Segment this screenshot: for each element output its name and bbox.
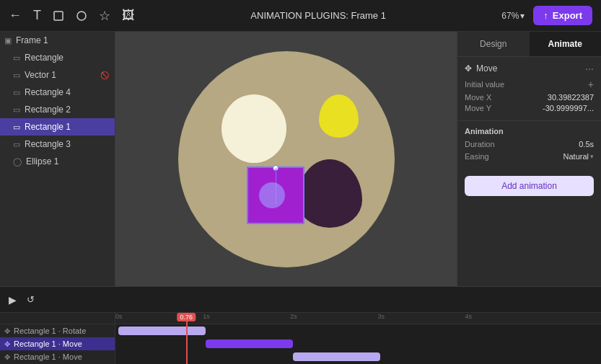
timeline-track-0 — [115, 324, 601, 337]
playhead-label: 0.76 — [177, 313, 196, 321]
animation-section: Animation Duration 0.5s Easing Natural ▾ — [457, 121, 601, 170]
shape-yellow — [319, 94, 359, 138]
add-animation-button[interactable]: Add animation — [465, 176, 594, 196]
tab-row: Design Animate — [457, 32, 601, 57]
circle-tool-icon[interactable] — [76, 10, 87, 22]
layer-rectangle3[interactable]: ▭ Rectangle 3 — [0, 136, 115, 153]
canvas-bg — [153, 51, 420, 267]
loop-button[interactable]: ↺ — [27, 294, 35, 305]
layer-label: Rectangle 3 — [25, 139, 71, 149]
move-section: ✥ Move ··· Initial value + Move X 30.398… — [457, 57, 601, 121]
layer-rectangle1[interactable]: ▭ Rectangle 1 — [0, 118, 115, 136]
frame-title: ANIMATION PLUGINS: Frame 1 — [250, 10, 386, 21]
move-x-value: 30.39822387 — [548, 93, 594, 102]
star-tool-icon[interactable]: ☆ — [99, 8, 110, 24]
layers-panel: ▣ Frame 1 ▭ Rectangle ▭ Vector 1 🚫 ▭ Rec… — [0, 32, 115, 286]
move-y-label: Move Y — [465, 104, 491, 112]
tab-animate[interactable]: Animate — [530, 32, 602, 56]
rect-icon: ▭ — [13, 53, 20, 63]
ruler-1s: 1s — [203, 313, 210, 320]
layer-label: Ellipse 1 — [26, 156, 58, 167]
timeline-playhead[interactable]: 0.76 — [186, 313, 188, 364]
layer-label: Rectangle 4 — [25, 87, 71, 97]
toolbar-left: ← T ☆ 🖼 — [9, 8, 135, 24]
main-area: ▣ Frame 1 ▭ Rectangle ▭ Vector 1 🚫 ▭ Rec… — [0, 32, 601, 286]
move-section-header: ✥ Move ··· — [465, 63, 594, 74]
frame-icon: ▣ — [4, 36, 12, 45]
rect-icon: ▭ — [13, 105, 20, 115]
initial-value-label: Initial value + — [465, 79, 594, 90]
purple-blob — [259, 182, 285, 208]
timeline-bar-2[interactable] — [293, 352, 380, 361]
duration-row: Duration 0.5s — [465, 140, 594, 148]
vector-icon: ▭ — [13, 71, 20, 80]
top-bar: ← T ☆ 🖼 ANIMATION PLUGINS: Frame 1 67% ▾… — [0, 0, 601, 32]
tl-label-move1[interactable]: ✥ Rectangle 1 · Move — [0, 337, 115, 350]
layer-label: Rectangle — [25, 53, 63, 63]
layer-ellipse1[interactable]: ◯ Ellipse 1 — [0, 153, 115, 170]
svg-point-1 — [77, 12, 86, 20]
export-button[interactable]: ↑ Export — [533, 6, 592, 25]
eye-icon: 🚫 — [100, 71, 109, 79]
move-icon: ✥ — [4, 353, 10, 361]
canvas-area[interactable] — [115, 32, 457, 286]
rectangle-tool-icon[interactable] — [53, 10, 64, 22]
more-options-button[interactable]: ··· — [585, 63, 594, 74]
timeline-body: ✥ Rectangle 1 · Rotate ✥ Rectangle 1 · M… — [0, 313, 601, 364]
timeline-controls: ▶ ↺ — [0, 287, 601, 313]
duration-label: Duration — [465, 140, 495, 148]
layer-rectangle2[interactable]: ▭ Rectangle 2 — [0, 101, 115, 118]
layer-vector1[interactable]: ▭ Vector 1 🚫 — [0, 66, 115, 84]
shape-purple-rect[interactable] — [247, 167, 304, 224]
easing-value[interactable]: Natural ▾ — [563, 152, 594, 161]
move-x-label: Move X — [465, 93, 491, 102]
rect-icon: ▭ — [13, 88, 20, 97]
timeline: ▶ ↺ ✥ Rectangle 1 · Rotate ✥ Rectangle 1… — [0, 286, 601, 364]
move-title: ✥ Move — [465, 63, 497, 74]
tl-label-rotate1[interactable]: ✥ Rectangle 1 · Rotate — [0, 324, 115, 337]
layer-rectangle[interactable]: ▭ Rectangle — [0, 49, 115, 66]
easing-row: Easing Natural ▾ — [465, 152, 594, 161]
move-y-value: -30.9999997... — [543, 104, 594, 112]
zoom-button[interactable]: 67% ▾ — [501, 11, 525, 21]
zoom-value: 67% — [501, 11, 519, 21]
add-initial-value-button[interactable]: + — [588, 79, 594, 90]
move-icon: ✥ — [4, 327, 10, 335]
shape-purple-dark — [297, 159, 362, 228]
zoom-chevron-icon: ▾ — [520, 11, 525, 21]
ellipse-icon: ◯ — [13, 157, 22, 167]
timeline-tracks: 0s 1s 2s 3s 4s 0.76 — [115, 313, 601, 364]
toolbar-right: 67% ▾ ↑ Export — [501, 6, 592, 25]
layer-label: Frame 1 — [16, 35, 48, 45]
timeline-labels: ✥ Rectangle 1 · Rotate ✥ Rectangle 1 · M… — [0, 313, 115, 364]
layer-label: Vector 1 — [25, 70, 56, 80]
tl-label-text: Rectangle 1 · Move — [14, 339, 82, 348]
shape-cream — [221, 94, 286, 163]
ruler-0s: 0s — [115, 313, 123, 320]
easing-chevron-icon: ▾ — [590, 153, 594, 160]
image-tool-icon[interactable]: 🖼 — [122, 8, 135, 23]
easing-label: Easing — [465, 152, 489, 161]
svg-rect-0 — [54, 12, 63, 20]
timeline-track-2 — [115, 350, 601, 363]
duration-value: 0.5s — [579, 140, 594, 148]
layer-rectangle4[interactable]: ▭ Rectangle 4 — [0, 84, 115, 101]
move-icon: ✥ — [465, 63, 472, 74]
rect-icon: ▭ — [13, 123, 20, 132]
move-x-row: Move X 30.39822387 — [465, 93, 594, 102]
tab-design[interactable]: Design — [457, 32, 530, 56]
layer-frame1[interactable]: ▣ Frame 1 — [0, 32, 115, 49]
timeline-bar-0[interactable] — [118, 327, 206, 335]
animation-title: Animation — [465, 127, 594, 136]
tl-label-move2[interactable]: ✥ Rectangle 1 · Move — [0, 350, 115, 363]
text-tool-icon[interactable]: T — [33, 8, 41, 23]
move-y-row: Move Y -30.9999997... — [465, 104, 594, 112]
move-icon: ✥ — [4, 340, 10, 348]
ruler-3s: 3s — [377, 313, 385, 320]
layer-label: Rectangle 1 — [25, 122, 71, 132]
right-panel: Design Animate ✥ Move ··· Initial value … — [457, 32, 601, 286]
back-icon[interactable]: ← — [9, 8, 22, 23]
timeline-bar-1[interactable] — [206, 339, 293, 348]
big-circle — [178, 51, 395, 267]
play-button[interactable]: ▶ — [9, 294, 17, 306]
